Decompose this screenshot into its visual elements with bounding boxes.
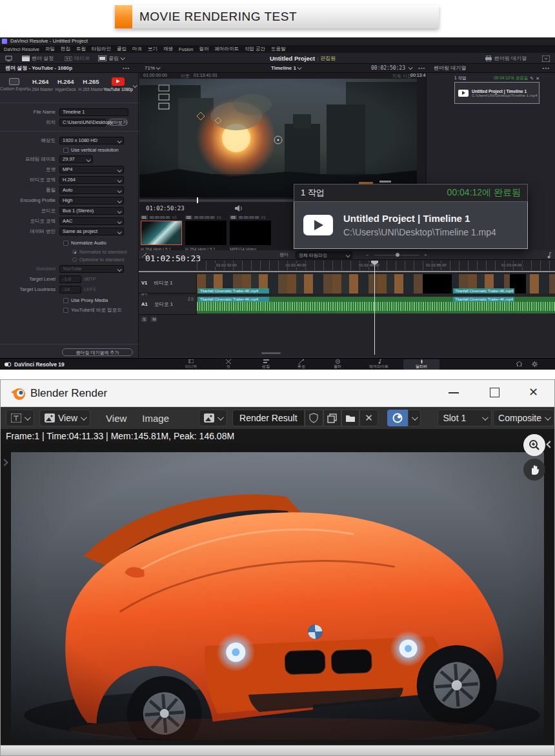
menu-fairlight[interactable]: 페어라이트: [214, 46, 239, 52]
page-tab-fairlight[interactable]: 페어라이트: [361, 359, 397, 370]
page-tab-cut[interactable]: 컷: [210, 359, 247, 370]
audio-bus-dropdown[interactable]: Bus 1 (Stereo): [59, 207, 124, 215]
normalize-standard-radio[interactable]: Normalize to standard: [72, 248, 126, 255]
quality-dropdown[interactable]: Auto: [59, 186, 124, 194]
close-button[interactable]: ✕: [529, 385, 538, 399]
timeline-duration-tc[interactable]: 00:02:50:23: [371, 64, 412, 73]
duplicate-icon[interactable]: [323, 410, 341, 426]
tape-button[interactable]: 테이프: [65, 53, 90, 64]
menu-clip[interactable]: 클립: [117, 46, 126, 52]
remove-job-icon[interactable]: ✕: [536, 76, 540, 81]
image-pin-button[interactable]: [387, 410, 408, 426]
panel-toggle-icon[interactable]: [542, 53, 550, 64]
speaker-icon[interactable]: [235, 203, 243, 214]
video-codec-dropdown[interactable]: H.264: [59, 176, 124, 184]
clip-button[interactable]: 클립: [98, 53, 124, 64]
page-tab-color[interactable]: 컬러: [319, 359, 356, 370]
file-name-input[interactable]: Timeline 1: [59, 108, 128, 116]
menu-file[interactable]: 파일: [45, 46, 55, 52]
open-folder-icon[interactable]: [341, 410, 359, 426]
resolution-dropdown[interactable]: 1920 x 1080 HD: [59, 137, 124, 144]
page-tab-edit[interactable]: 편집: [248, 359, 284, 370]
clip3-thumbnail[interactable]: [230, 221, 271, 245]
youtube-upload-checkbox[interactable]: YouTube에 바로 업로드: [63, 306, 122, 313]
standard-dropdown[interactable]: YouTube: [59, 265, 124, 273]
target-level-input[interactable]: -1.0: [59, 275, 81, 283]
menu-help[interactable]: 도움말: [271, 46, 286, 52]
presets-more-chevron[interactable]: [133, 83, 137, 88]
page-tab-deliver[interactable]: 딜리버: [403, 359, 439, 370]
home-icon[interactable]: [516, 361, 522, 368]
image-name-field[interactable]: Render Result: [232, 410, 305, 426]
menu-view[interactable]: View: [106, 413, 126, 424]
menu-edit[interactable]: 편집: [61, 46, 70, 52]
monitor-icon[interactable]: [5, 53, 12, 64]
view-mode-dropdown[interactable]: View: [39, 410, 90, 426]
menu-trim[interactable]: 트림: [76, 46, 86, 52]
zoom-slider-handle[interactable]: [396, 253, 399, 257]
pan-overlay-button[interactable]: [523, 459, 545, 481]
page-tab-media[interactable]: 미디어: [173, 359, 209, 370]
encoding-profile-dropdown[interactable]: High: [59, 197, 124, 204]
timeline-selector[interactable]: Timeline 1: [271, 64, 301, 73]
pass-dropdown[interactable]: Composite: [493, 410, 554, 426]
render-range-dropdown[interactable]: 전체 타임라인: [296, 252, 352, 259]
render-job-card[interactable]: 1 작업 00:04:12에 완료됨 ✎ ✕ Untitled Project …: [454, 75, 540, 104]
data-burn-in-dropdown[interactable]: Same as project: [59, 228, 124, 235]
clip1-thumbnail[interactable]: [141, 221, 182, 245]
fake-user-shield-icon[interactable]: [305, 410, 323, 426]
pin-options-chevron[interactable]: [408, 410, 421, 426]
zoom-in-icon[interactable]: +: [424, 252, 427, 258]
slot-dropdown[interactable]: Slot 1: [438, 410, 492, 426]
viewer-zoom-select[interactable]: 71%: [145, 64, 159, 73]
menu-playback[interactable]: 재생: [163, 46, 173, 52]
optimize-standard-radio[interactable]: Optimize to standard: [72, 256, 124, 263]
vertical-resolution-checkbox[interactable]: Use vertical resolution: [63, 146, 119, 154]
frame-rate-dropdown[interactable]: 29.97: [59, 155, 93, 163]
viewer-playhead-marker[interactable]: [197, 197, 198, 203]
menu-workspace[interactable]: 작업 공간: [245, 46, 265, 52]
solo-button[interactable]: S: [141, 317, 147, 322]
minimize-button[interactable]: [449, 392, 459, 393]
image-browse-dropdown[interactable]: [199, 410, 227, 426]
menu-fusion[interactable]: Fusion: [179, 46, 194, 52]
menu-image[interactable]: Image: [142, 413, 169, 424]
expand-left-arrow[interactable]: [1, 459, 8, 466]
menu-view[interactable]: 보기: [148, 46, 157, 52]
menu-mark[interactable]: 마크: [132, 46, 142, 52]
preset-custom-export[interactable]: Custom Export: [0, 75, 28, 100]
preset-h265-master[interactable]: H.265 H.265 Master: [78, 75, 103, 100]
timeline-playhead[interactable]: [374, 261, 375, 355]
timeline-scroll-indicator[interactable]: [139, 271, 555, 272]
preset-youtube-1080p[interactable]: YouTube 1080p: [104, 75, 133, 100]
menu-davinci[interactable]: DaVinci Resolve: [4, 46, 39, 52]
menu-color[interactable]: 컬러: [199, 46, 208, 52]
gear-icon[interactable]: [532, 361, 538, 368]
target-loudness-input[interactable]: -14: [59, 286, 81, 293]
location-input[interactable]: C:\Users\UNI\Desktop: [59, 119, 106, 126]
horizontal-scrollbar[interactable]: [261, 352, 281, 354]
normalize-audio-checkbox[interactable]: Normalize Audio: [63, 239, 106, 246]
preset-hyperdeck[interactable]: H.264 HyperDeck: [53, 75, 78, 100]
render-settings-button[interactable]: 렌더 설정: [22, 53, 54, 64]
editor-type-dropdown[interactable]: [6, 410, 34, 426]
video-track-header[interactable]: V1 비디오 1 3 클립: [139, 274, 197, 293]
render-queue-toggle[interactable]: 렌더링 대기열: [485, 53, 527, 64]
zoom-overlay-button[interactable]: [523, 434, 545, 456]
music-note-icon[interactable]: [546, 252, 551, 259]
format-dropdown[interactable]: MP4: [59, 166, 124, 174]
unlink-x-icon[interactable]: ✕: [359, 410, 378, 426]
queue-options-menu[interactable]: •••: [543, 64, 550, 73]
mute-button[interactable]: M: [151, 317, 157, 322]
preset-h264-master[interactable]: H.264 H.264 Master: [28, 75, 53, 100]
clip2-thumbnail[interactable]: [185, 221, 227, 245]
menu-timeline[interactable]: 타임라인: [92, 46, 111, 52]
browse-button[interactable]: 찾아보기: [108, 119, 128, 126]
use-proxy-media-checkbox[interactable]: Use Proxy Media: [63, 297, 108, 304]
viewer-options-menu[interactable]: •••: [418, 64, 425, 73]
page-tab-fusion[interactable]: 퓨전: [283, 359, 319, 370]
audio-codec-dropdown[interactable]: AAC: [59, 217, 124, 225]
panel-options-menu[interactable]: •••: [123, 64, 130, 73]
maximize-button[interactable]: [490, 388, 500, 397]
zoom-out-icon[interactable]: −: [366, 252, 369, 258]
